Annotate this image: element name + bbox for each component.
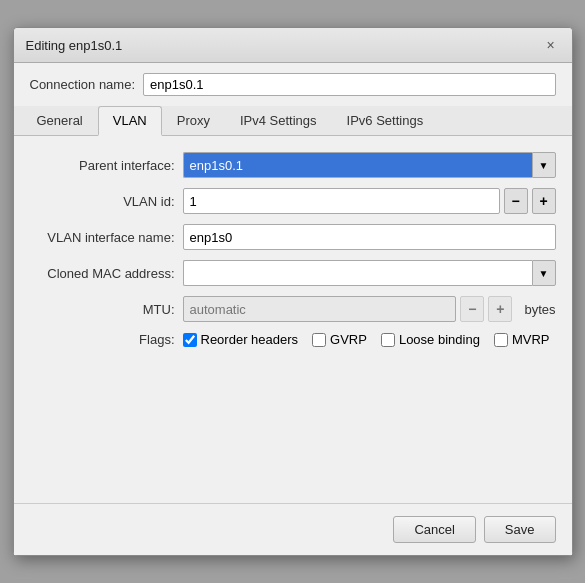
connection-name-label: Connection name: xyxy=(30,77,136,92)
mtu-row: MTU: − + bytes xyxy=(30,296,556,322)
dialog-footer: Cancel Save xyxy=(14,503,572,555)
flags-row: Flags: Reorder headers GVRP Loose bindin… xyxy=(30,332,556,347)
tab-ipv6[interactable]: IPv6 Settings xyxy=(332,106,439,136)
tab-vlan[interactable]: VLAN xyxy=(98,106,162,136)
title-bar: Editing enp1s0.1 × xyxy=(14,28,572,63)
parent-interface-row: Parent interface: ▼ xyxy=(30,152,556,178)
vlan-id-spin: − + xyxy=(183,188,556,214)
loose-binding-label: Loose binding xyxy=(399,332,480,347)
vlan-interface-name-label: VLAN interface name: xyxy=(30,230,175,245)
parent-interface-label: Parent interface: xyxy=(30,158,175,173)
reorder-headers-checkbox-group[interactable]: Reorder headers xyxy=(183,332,299,347)
mvrp-label: MVRP xyxy=(512,332,550,347)
vlan-id-increment-button[interactable]: + xyxy=(532,188,556,214)
gvrp-label: GVRP xyxy=(330,332,367,347)
mtu-spin: − + xyxy=(183,296,513,322)
mtu-increment-button[interactable]: + xyxy=(488,296,512,322)
loose-binding-checkbox[interactable] xyxy=(381,333,395,347)
connection-name-input[interactable] xyxy=(143,73,555,96)
mvrp-checkbox-group[interactable]: MVRP xyxy=(494,332,550,347)
bytes-label: bytes xyxy=(524,302,555,317)
connection-name-row: Connection name: xyxy=(14,63,572,106)
flags-label: Flags: xyxy=(30,332,175,347)
tab-content: Parent interface: ▼ VLAN id: − + VLAN in… xyxy=(14,136,572,503)
flags-content: Reorder headers GVRP Loose binding MVRP xyxy=(183,332,550,347)
mtu-decrement-button[interactable]: − xyxy=(460,296,484,322)
dialog-title: Editing enp1s0.1 xyxy=(26,38,123,53)
empty-space xyxy=(30,357,556,487)
save-button[interactable]: Save xyxy=(484,516,556,543)
tabs: General VLAN Proxy IPv4 Settings IPv6 Se… xyxy=(14,106,572,136)
gvrp-checkbox-group[interactable]: GVRP xyxy=(312,332,367,347)
close-button[interactable]: × xyxy=(542,36,560,54)
gvrp-checkbox[interactable] xyxy=(312,333,326,347)
dialog: Editing enp1s0.1 × Connection name: Gene… xyxy=(13,27,573,556)
mtu-input[interactable] xyxy=(183,296,457,322)
parent-interface-input[interactable] xyxy=(183,152,532,178)
vlan-interface-name-input[interactable] xyxy=(183,224,556,250)
mtu-label: MTU: xyxy=(30,302,175,317)
tab-ipv4[interactable]: IPv4 Settings xyxy=(225,106,332,136)
cloned-mac-dropdown-button[interactable]: ▼ xyxy=(532,260,556,286)
vlan-interface-name-row: VLAN interface name: xyxy=(30,224,556,250)
cloned-mac-label: Cloned MAC address: xyxy=(30,266,175,281)
cancel-button[interactable]: Cancel xyxy=(393,516,475,543)
vlan-id-decrement-button[interactable]: − xyxy=(504,188,528,214)
vlan-id-input[interactable] xyxy=(183,188,500,214)
parent-interface-dropdown-button[interactable]: ▼ xyxy=(532,152,556,178)
tab-general[interactable]: General xyxy=(22,106,98,136)
cloned-mac-row: Cloned MAC address: ▼ xyxy=(30,260,556,286)
loose-binding-checkbox-group[interactable]: Loose binding xyxy=(381,332,480,347)
parent-interface-field: ▼ xyxy=(183,152,556,178)
cloned-mac-field: ▼ xyxy=(183,260,556,286)
vlan-id-row: VLAN id: − + xyxy=(30,188,556,214)
reorder-headers-label: Reorder headers xyxy=(201,332,299,347)
vlan-id-label: VLAN id: xyxy=(30,194,175,209)
tab-proxy[interactable]: Proxy xyxy=(162,106,225,136)
cloned-mac-input[interactable] xyxy=(183,260,532,286)
mvrp-checkbox[interactable] xyxy=(494,333,508,347)
reorder-headers-checkbox[interactable] xyxy=(183,333,197,347)
